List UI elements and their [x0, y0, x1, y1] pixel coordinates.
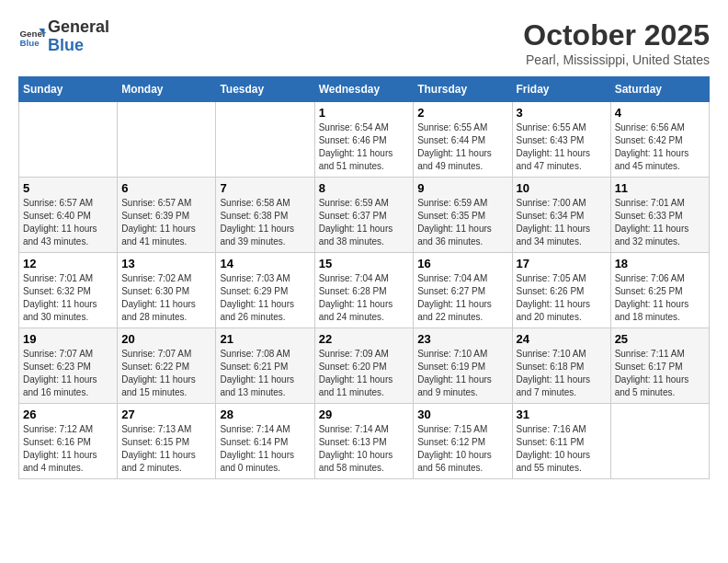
calendar-cell: 4Sunrise: 6:56 AM Sunset: 6:42 PM Daylig… [610, 102, 709, 178]
calendar-cell: 1Sunrise: 6:54 AM Sunset: 6:46 PM Daylig… [314, 102, 414, 178]
day-number: 28 [220, 408, 310, 421]
day-info: Sunrise: 7:09 AM Sunset: 6:20 PM Dayligh… [319, 348, 410, 399]
day-number: 7 [220, 181, 310, 195]
day-number: 26 [23, 408, 113, 421]
day-number: 10 [517, 181, 607, 195]
day-number: 15 [319, 257, 410, 270]
calendar-cell: 30Sunrise: 7:15 AM Sunset: 6:12 PM Dayli… [414, 404, 512, 479]
calendar-cell: 2Sunrise: 6:55 AM Sunset: 6:44 PM Daylig… [414, 102, 512, 178]
calendar-cell [19, 102, 118, 178]
day-number: 11 [615, 181, 705, 195]
calendar-cell: 28Sunrise: 7:14 AM Sunset: 6:14 PM Dayli… [216, 404, 314, 479]
day-info: Sunrise: 7:07 AM Sunset: 6:22 PM Dayligh… [121, 348, 211, 399]
day-info: Sunrise: 7:00 AM Sunset: 6:34 PM Dayligh… [517, 197, 607, 248]
weekday-header-wednesday: Wednesday [314, 77, 414, 102]
day-info: Sunrise: 7:01 AM Sunset: 6:32 PM Dayligh… [23, 272, 113, 324]
calendar-cell: 31Sunrise: 7:16 AM Sunset: 6:11 PM Dayli… [512, 404, 610, 479]
day-number: 4 [615, 106, 705, 120]
day-info: Sunrise: 7:07 AM Sunset: 6:23 PM Dayligh… [23, 348, 113, 399]
calendar-cell: 16Sunrise: 7:04 AM Sunset: 6:27 PM Dayli… [414, 253, 512, 328]
calendar-cell: 22Sunrise: 7:09 AM Sunset: 6:20 PM Dayli… [314, 328, 414, 404]
calendar-table: SundayMondayTuesdayWednesdayThursdayFrid… [18, 76, 710, 479]
title-block: October 2025 Pearl, Mississippi, United … [523, 18, 710, 67]
day-number: 8 [319, 181, 410, 195]
page-header: General Blue General Blue October 2025 P… [18, 18, 710, 67]
weekday-header-friday: Friday [512, 77, 610, 102]
calendar-cell: 8Sunrise: 6:59 AM Sunset: 6:37 PM Daylig… [314, 178, 414, 253]
day-info: Sunrise: 6:55 AM Sunset: 6:44 PM Dayligh… [417, 121, 507, 173]
week-row-1: 1Sunrise: 6:54 AM Sunset: 6:46 PM Daylig… [19, 102, 710, 178]
svg-text:Blue: Blue [20, 38, 40, 48]
day-info: Sunrise: 7:10 AM Sunset: 6:18 PM Dayligh… [517, 348, 607, 399]
day-info: Sunrise: 6:57 AM Sunset: 6:40 PM Dayligh… [23, 197, 113, 248]
day-info: Sunrise: 7:12 AM Sunset: 6:16 PM Dayligh… [23, 423, 113, 475]
day-info: Sunrise: 7:14 AM Sunset: 6:14 PM Dayligh… [220, 423, 310, 475]
day-number: 21 [220, 332, 310, 346]
logo-text: General Blue [48, 18, 109, 55]
day-number: 14 [220, 257, 310, 270]
month-title: October 2025 [523, 18, 710, 52]
calendar-cell: 12Sunrise: 7:01 AM Sunset: 6:32 PM Dayli… [19, 253, 118, 328]
calendar-cell [118, 102, 216, 178]
day-number: 1 [319, 106, 410, 120]
day-info: Sunrise: 7:04 AM Sunset: 6:28 PM Dayligh… [319, 272, 410, 324]
calendar-cell: 17Sunrise: 7:05 AM Sunset: 6:26 PM Dayli… [512, 253, 610, 328]
day-info: Sunrise: 7:08 AM Sunset: 6:21 PM Dayligh… [220, 348, 310, 399]
day-info: Sunrise: 7:02 AM Sunset: 6:30 PM Dayligh… [121, 272, 211, 324]
day-info: Sunrise: 6:58 AM Sunset: 6:38 PM Dayligh… [220, 197, 310, 248]
day-info: Sunrise: 7:14 AM Sunset: 6:13 PM Dayligh… [319, 423, 410, 475]
weekday-header-monday: Monday [118, 77, 216, 102]
calendar-cell: 25Sunrise: 7:11 AM Sunset: 6:17 PM Dayli… [610, 328, 709, 404]
day-info: Sunrise: 7:03 AM Sunset: 6:29 PM Dayligh… [220, 272, 310, 324]
weekday-header-saturday: Saturday [610, 77, 709, 102]
calendar-cell: 18Sunrise: 7:06 AM Sunset: 6:25 PM Dayli… [610, 253, 709, 328]
calendar-cell: 6Sunrise: 6:57 AM Sunset: 6:39 PM Daylig… [118, 178, 216, 253]
day-number: 25 [615, 332, 705, 346]
day-info: Sunrise: 6:56 AM Sunset: 6:42 PM Dayligh… [615, 121, 705, 173]
day-number: 13 [121, 257, 211, 270]
calendar-cell [610, 404, 709, 479]
calendar-cell: 19Sunrise: 7:07 AM Sunset: 6:23 PM Dayli… [19, 328, 118, 404]
day-number: 27 [121, 408, 211, 421]
weekday-header-thursday: Thursday [414, 77, 512, 102]
weekday-header-tuesday: Tuesday [216, 77, 314, 102]
week-row-4: 19Sunrise: 7:07 AM Sunset: 6:23 PM Dayli… [19, 328, 710, 404]
calendar-cell: 20Sunrise: 7:07 AM Sunset: 6:22 PM Dayli… [118, 328, 216, 404]
day-number: 30 [417, 408, 507, 421]
calendar-cell: 27Sunrise: 7:13 AM Sunset: 6:15 PM Dayli… [118, 404, 216, 479]
weekday-header-row: SundayMondayTuesdayWednesdayThursdayFrid… [19, 77, 710, 102]
week-row-3: 12Sunrise: 7:01 AM Sunset: 6:32 PM Dayli… [19, 253, 710, 328]
calendar-cell: 15Sunrise: 7:04 AM Sunset: 6:28 PM Dayli… [314, 253, 414, 328]
day-info: Sunrise: 7:16 AM Sunset: 6:11 PM Dayligh… [517, 423, 607, 475]
day-info: Sunrise: 7:13 AM Sunset: 6:15 PM Dayligh… [121, 423, 211, 475]
day-info: Sunrise: 7:06 AM Sunset: 6:25 PM Dayligh… [615, 272, 705, 324]
day-number: 18 [615, 257, 705, 270]
day-number: 16 [417, 257, 507, 270]
calendar-cell: 24Sunrise: 7:10 AM Sunset: 6:18 PM Dayli… [512, 328, 610, 404]
day-number: 19 [23, 332, 113, 346]
location: Pearl, Mississippi, United States [523, 52, 710, 67]
calendar-cell: 5Sunrise: 6:57 AM Sunset: 6:40 PM Daylig… [19, 178, 118, 253]
day-info: Sunrise: 7:05 AM Sunset: 6:26 PM Dayligh… [517, 272, 607, 324]
day-number: 17 [517, 257, 607, 270]
day-info: Sunrise: 6:54 AM Sunset: 6:46 PM Dayligh… [319, 121, 410, 173]
day-number: 31 [517, 408, 607, 421]
day-number: 2 [417, 106, 507, 120]
day-info: Sunrise: 6:59 AM Sunset: 6:37 PM Dayligh… [319, 197, 410, 248]
day-number: 29 [319, 408, 410, 421]
day-number: 20 [121, 332, 211, 346]
day-number: 22 [319, 332, 410, 346]
weekday-header-sunday: Sunday [19, 77, 118, 102]
day-info: Sunrise: 6:55 AM Sunset: 6:43 PM Dayligh… [517, 121, 607, 173]
day-info: Sunrise: 7:04 AM Sunset: 6:27 PM Dayligh… [417, 272, 507, 324]
week-row-2: 5Sunrise: 6:57 AM Sunset: 6:40 PM Daylig… [19, 178, 710, 253]
calendar-cell: 13Sunrise: 7:02 AM Sunset: 6:30 PM Dayli… [118, 253, 216, 328]
calendar-cell: 26Sunrise: 7:12 AM Sunset: 6:16 PM Dayli… [19, 404, 118, 479]
day-info: Sunrise: 7:10 AM Sunset: 6:19 PM Dayligh… [417, 348, 507, 399]
day-info: Sunrise: 7:15 AM Sunset: 6:12 PM Dayligh… [417, 423, 507, 475]
day-info: Sunrise: 6:57 AM Sunset: 6:39 PM Dayligh… [121, 197, 211, 248]
week-row-5: 26Sunrise: 7:12 AM Sunset: 6:16 PM Dayli… [19, 404, 710, 479]
calendar-cell: 21Sunrise: 7:08 AM Sunset: 6:21 PM Dayli… [216, 328, 314, 404]
day-info: Sunrise: 7:01 AM Sunset: 6:33 PM Dayligh… [615, 197, 705, 248]
calendar-cell: 11Sunrise: 7:01 AM Sunset: 6:33 PM Dayli… [610, 178, 709, 253]
